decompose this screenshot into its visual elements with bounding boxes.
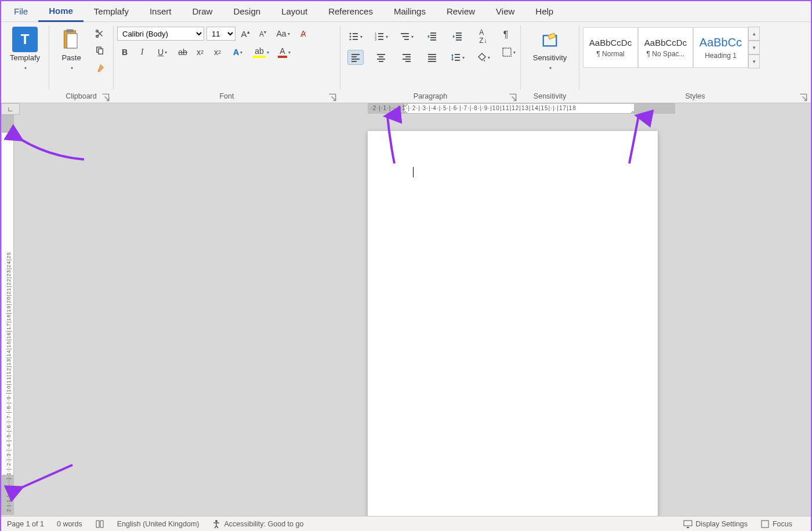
font-color-icon: A <box>278 46 287 58</box>
accessibility-icon <box>212 519 221 529</box>
chevron-down-icon: ▾ <box>24 66 27 71</box>
bullets-button[interactable]: ▾ <box>345 30 366 43</box>
highlight-icon: ab <box>253 46 266 58</box>
status-focus[interactable]: Focus <box>760 519 792 529</box>
strikethrough-button[interactable]: ab <box>175 45 190 59</box>
svg-point-7 <box>350 33 351 35</box>
dialog-launcher-icon[interactable] <box>509 93 517 101</box>
paste-button[interactable]: Paste▾ <box>53 24 90 74</box>
bold-button[interactable]: B <box>117 45 132 59</box>
dialog-launcher-icon[interactable] <box>799 93 807 101</box>
change-case-icon: Aa <box>276 29 286 38</box>
status-bar: Page 1 of 1 0 words English (United King… <box>1 516 811 531</box>
numbering-button[interactable]: 123▾ <box>371 30 392 43</box>
tab-insert[interactable]: Insert <box>139 1 182 22</box>
line-spacing-button[interactable]: ▾ <box>447 50 468 64</box>
svg-point-9 <box>350 36 351 38</box>
pilcrow-icon: ¶ <box>503 30 509 40</box>
text-effects-icon: A <box>233 48 239 57</box>
vertical-ruler[interactable]: 2·|·1·|·1·|···|·1·|·2·|·3·|·4·|·5·|·6·|·… <box>1 115 14 515</box>
svg-rect-56 <box>762 521 768 528</box>
tab-home[interactable]: Home <box>38 1 84 22</box>
align-center-icon <box>376 52 386 63</box>
clear-formatting-button[interactable]: A̷ <box>296 27 311 41</box>
styles-scroll-up[interactable]: ▴ <box>748 27 760 41</box>
tab-layout[interactable]: Layout <box>271 1 318 22</box>
tab-draw[interactable]: Draw <box>182 1 223 22</box>
align-left-button[interactable] <box>347 50 364 65</box>
format-painter-button[interactable] <box>92 61 107 75</box>
shrink-font-icon: A▾ <box>259 30 266 38</box>
status-display-settings[interactable]: Display Settings <box>683 519 748 529</box>
style-heading-1[interactable]: AaBbCc Heading 1 <box>693 27 748 68</box>
show-marks-button[interactable]: ¶ <box>498 28 513 42</box>
subscript-button[interactable]: x2 <box>193 45 208 59</box>
svg-rect-50 <box>503 48 511 56</box>
multilevel-icon <box>400 31 410 42</box>
grow-font-button[interactable]: A▴ <box>238 27 253 41</box>
superscript-button[interactable]: x2 <box>210 45 225 59</box>
tab-help[interactable]: Help <box>525 1 564 22</box>
highlight-button[interactable]: ab▾ <box>251 45 271 59</box>
text-effects-button[interactable]: A▾ <box>227 45 248 59</box>
tab-review[interactable]: Review <box>436 1 485 22</box>
status-spellcheck[interactable] <box>95 519 104 529</box>
tab-references[interactable]: References <box>318 1 383 22</box>
bullets-icon <box>349 31 359 42</box>
tab-selector[interactable]: ∟ <box>1 103 20 115</box>
book-icon <box>95 519 104 529</box>
multilevel-list-button[interactable]: ▾ <box>396 30 417 43</box>
horizontal-ruler[interactable]: ·2·|·1·|···|·1·|·2·|·3·|·4·|·5·|·6·|·7·|… <box>20 103 811 115</box>
status-page[interactable]: Page 1 of 1 <box>7 520 44 528</box>
justify-button[interactable] <box>424 50 440 65</box>
templafy-icon: T <box>12 27 38 52</box>
svg-point-53 <box>215 520 217 522</box>
document-page[interactable] <box>368 131 658 531</box>
shading-button[interactable]: ▾ <box>473 50 494 64</box>
shrink-font-button[interactable]: A▾ <box>255 27 270 41</box>
status-word-count[interactable]: 0 words <box>57 520 82 528</box>
outdent-icon <box>427 31 437 42</box>
sensitivity-button[interactable]: Sensitivity▾ <box>528 24 572 74</box>
increase-indent-button[interactable] <box>450 30 465 43</box>
dialog-launcher-icon[interactable] <box>328 93 336 101</box>
styles-group-label: Styles <box>685 92 705 100</box>
paint-bucket-icon <box>476 52 487 63</box>
style-no-spacing[interactable]: AaBbCcDc ¶ No Spac... <box>638 27 693 68</box>
borders-icon <box>502 47 512 57</box>
decrease-indent-button[interactable] <box>425 30 440 43</box>
sort-button[interactable]: AZ↓ <box>476 30 491 43</box>
copy-button[interactable] <box>92 44 107 58</box>
indent-marker-icon[interactable] <box>402 103 409 114</box>
align-center-button[interactable] <box>373 50 389 65</box>
styles-expand[interactable]: ▾ <box>748 54 760 68</box>
borders-button[interactable]: ▾ <box>498 45 519 59</box>
font-family-select[interactable]: Calibri (Body) <box>117 27 204 41</box>
tab-templafy[interactable]: Templafy <box>84 1 139 22</box>
templafy-button[interactable]: T Templafy▾ <box>5 24 45 74</box>
italic-button[interactable]: I <box>135 45 150 59</box>
svg-rect-6 <box>99 49 103 54</box>
change-case-button[interactable]: Aa▾ <box>273 27 293 41</box>
numbering-icon: 123 <box>374 31 385 42</box>
eraser-icon: A̷ <box>300 29 306 38</box>
chevron-down-icon: ▾ <box>71 66 73 71</box>
svg-point-11 <box>350 39 351 41</box>
tab-design[interactable]: Design <box>223 1 271 22</box>
cut-button[interactable] <box>92 27 107 41</box>
style-normal[interactable]: AaBbCcDc ¶ Normal <box>583 27 638 68</box>
status-language[interactable]: English (United Kingdom) <box>117 520 200 528</box>
font-size-select[interactable]: 11 <box>206 27 235 41</box>
tab-file[interactable]: File <box>3 1 38 22</box>
right-indent-marker-icon[interactable] <box>629 110 636 114</box>
tab-mailings[interactable]: Mailings <box>383 1 436 22</box>
underline-button[interactable]: U▾ <box>152 45 173 59</box>
font-color-button[interactable]: A▾ <box>274 45 295 59</box>
tab-view[interactable]: View <box>485 1 525 22</box>
dialog-launcher-icon[interactable] <box>102 93 110 101</box>
status-accessibility[interactable]: Accessibility: Good to go <box>212 519 303 529</box>
align-left-icon <box>350 52 361 63</box>
align-right-button[interactable] <box>398 50 415 65</box>
styles-scroll-down[interactable]: ▾ <box>748 41 760 54</box>
styles-gallery[interactable]: AaBbCcDc ¶ Normal AaBbCcDc ¶ No Spac... … <box>583 27 760 68</box>
